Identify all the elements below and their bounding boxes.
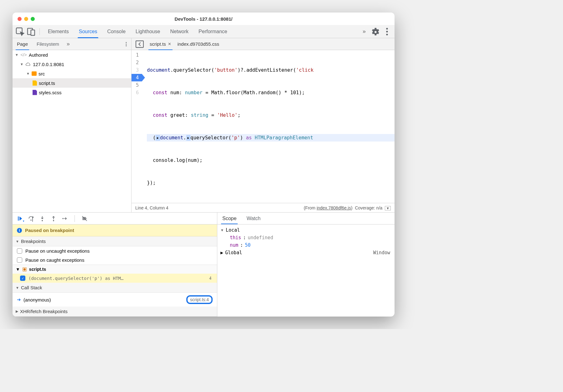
- tree-label: styles.scss: [39, 90, 62, 95]
- checkbox[interactable]: [17, 248, 22, 254]
- separator: [75, 215, 75, 222]
- navtab-filesystem[interactable]: Filesystem: [32, 38, 64, 50]
- close-window-button[interactable]: [18, 17, 22, 21]
- cloud-icon: [25, 62, 31, 66]
- breakpoint-line: 4: [209, 276, 213, 281]
- file-tree: ▼ </> Authored ▼ 127.0.0.1:8081 ▼ src sc…: [13, 50, 132, 212]
- code-editor[interactable]: 1 2 3 4 5 6 document.querySelector('butt…: [132, 50, 395, 203]
- var-value: undefined: [248, 235, 273, 240]
- file-tab-index-css[interactable]: index.d9703d55.css: [176, 38, 220, 50]
- file-tab-script-ts[interactable]: script.ts ✕: [148, 38, 173, 50]
- tab-scope[interactable]: Scope: [217, 213, 241, 224]
- gear-icon[interactable]: [370, 27, 380, 37]
- tree-file-script-ts[interactable]: script.ts: [13, 78, 131, 88]
- scope-global[interactable]: ▶ Global Window: [217, 249, 395, 256]
- device-toggle-icon[interactable]: [26, 27, 36, 37]
- callstack-header[interactable]: ▼ Call Stack: [13, 283, 217, 293]
- disclosure-triangle-icon[interactable]: ▼: [220, 228, 224, 232]
- line-gutter[interactable]: 1 2 3 4 5 6: [132, 50, 142, 203]
- breakpoint-item[interactable]: ✓ (document.querySelector('p') as HTM… 4: [13, 274, 217, 283]
- svg-point-7: [126, 44, 127, 44]
- pause-uncaught-row[interactable]: Pause on uncaught exceptions: [13, 246, 217, 255]
- svg-rect-9: [136, 41, 143, 47]
- tree-file-styles-scss[interactable]: styles.scss: [13, 88, 131, 97]
- disclosure-triangle-icon[interactable]: ▼: [15, 53, 18, 57]
- tab-sources[interactable]: Sources: [74, 25, 102, 38]
- step-into-icon[interactable]: [39, 215, 46, 222]
- tab-network[interactable]: Network: [165, 25, 194, 38]
- titlebar: DevTools - 127.0.0.1:8081/: [13, 13, 395, 25]
- panel-tabs: Elements Sources Console Lighthouse Netw…: [43, 25, 358, 38]
- pause-caught-row[interactable]: Pause on caught exceptions: [13, 255, 217, 265]
- dropdown-icon[interactable]: ▼: [385, 206, 391, 210]
- disclosure-triangle-icon[interactable]: ▼: [26, 72, 30, 75]
- kebab-menu-icon[interactable]: [382, 27, 392, 37]
- cursor-position: Line 4, Column 4: [135, 205, 168, 210]
- tree-folder-src[interactable]: ▼ src: [13, 69, 131, 78]
- sub-toolbar: Page Filesystem » script.ts ✕ index.d970…: [13, 38, 395, 50]
- step-out-icon[interactable]: [50, 215, 57, 222]
- disclosure-triangle-icon[interactable]: ▼: [16, 267, 20, 272]
- step-icon[interactable]: [61, 215, 68, 222]
- scope-value: Window: [373, 250, 390, 255]
- section-label: Breakpoints: [21, 239, 46, 244]
- code-body[interactable]: document.querySelector('button')?.addEve…: [142, 50, 395, 203]
- toggle-navigator-icon[interactable]: [135, 39, 145, 49]
- tab-performance[interactable]: Performance: [194, 25, 232, 38]
- disclosure-triangle-icon[interactable]: ▼: [16, 240, 19, 243]
- maximize-window-button[interactable]: [31, 17, 35, 21]
- scope-pane: Scope Watch ▼ Local this: undefined num:…: [217, 213, 395, 317]
- frame-location[interactable]: script.ts:4: [186, 295, 213, 304]
- tab-watch[interactable]: Watch: [241, 213, 266, 224]
- svg-rect-2: [31, 30, 35, 35]
- debugger-pane: ▾ i Pa: [13, 212, 395, 317]
- navtab-page[interactable]: Page: [13, 38, 32, 50]
- checkbox[interactable]: ✓: [20, 276, 25, 281]
- tab-console[interactable]: Console: [102, 25, 131, 38]
- deactivate-breakpoints-icon[interactable]: [81, 215, 88, 222]
- breakpoints-header[interactable]: ▼ Breakpoints: [13, 236, 217, 246]
- disclosure-triangle-icon[interactable]: ▶: [16, 309, 18, 313]
- breakpoint-file-header[interactable]: ▼ script.ts: [13, 265, 217, 274]
- svg-rect-10: [18, 216, 19, 220]
- disclosure-triangle-icon[interactable]: ▶: [220, 250, 223, 255]
- scope-label: Global: [225, 250, 242, 255]
- step-over-icon[interactable]: [28, 215, 34, 222]
- svg-point-14: [62, 218, 64, 219]
- svg-point-5: [386, 34, 388, 35]
- inspect-icon[interactable]: [15, 27, 25, 37]
- navigator-kebab-icon[interactable]: [121, 39, 131, 49]
- disclosure-triangle-icon[interactable]: ▼: [16, 286, 19, 290]
- editor-pane: 1 2 3 4 5 6 document.querySelector('butt…: [132, 50, 395, 212]
- tree-label: script.ts: [39, 80, 55, 86]
- pause-banner: i Paused on breakpoint: [13, 224, 217, 236]
- navigator-more-button[interactable]: »: [64, 41, 73, 47]
- editor-tabs: script.ts ✕ index.d9703d55.css: [132, 38, 395, 50]
- callstack-frame[interactable]: ➔ (anonymous) script.ts:4: [13, 293, 217, 307]
- source-info: (From index.7808df6e.js) Coverage: n/a ▼: [304, 205, 391, 210]
- option-label: Pause on caught exceptions: [25, 257, 84, 263]
- tree-authored[interactable]: ▼ </> Authored: [13, 50, 131, 59]
- svg-point-4: [386, 31, 388, 32]
- tab-lighthouse[interactable]: Lighthouse: [131, 25, 165, 38]
- resume-icon[interactable]: ▾: [16, 215, 23, 222]
- tab-elements[interactable]: Elements: [43, 25, 74, 38]
- checkbox[interactable]: [17, 257, 22, 263]
- tree-host[interactable]: ▼ 127.0.0.1:8081: [13, 59, 131, 69]
- scope-var-num[interactable]: num: 50: [217, 241, 395, 249]
- svg-point-8: [126, 45, 127, 46]
- scope-local[interactable]: ▼ Local: [217, 226, 395, 234]
- close-icon[interactable]: ✕: [168, 42, 171, 46]
- var-name: this: [230, 235, 241, 240]
- var-name: num: [230, 242, 238, 248]
- svg-point-6: [126, 42, 127, 43]
- more-tabs-button[interactable]: »: [359, 28, 369, 35]
- info-icon: i: [17, 228, 22, 233]
- scope-var-this[interactable]: this: undefined: [217, 234, 395, 241]
- svg-point-11: [30, 219, 31, 220]
- source-map-link[interactable]: index.7808df6e.js: [317, 205, 351, 210]
- xhr-breakpoints-header[interactable]: ▶ XHR/fetch Breakpoints: [13, 307, 217, 317]
- option-label: Pause on uncaught exceptions: [25, 248, 90, 254]
- disclosure-triangle-icon[interactable]: ▼: [20, 62, 23, 66]
- minimize-window-button[interactable]: [24, 17, 28, 21]
